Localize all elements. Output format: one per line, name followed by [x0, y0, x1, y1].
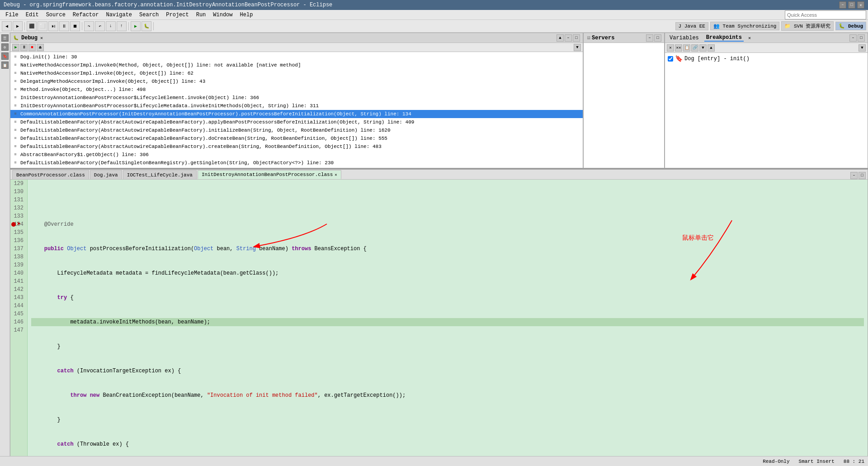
minimize-button[interactable]: –: [839, 1, 846, 9]
debug-terminate-btn[interactable]: ■: [28, 44, 36, 51]
stack-row-12[interactable]: ≡ AbstractBeanFactory$1.getObject() line…: [10, 151, 583, 159]
servers-minimize-btn[interactable]: –: [646, 34, 653, 42]
toolbar-btn-7[interactable]: ⏹: [70, 21, 80, 31]
toolbar-btn-6[interactable]: ⏸: [59, 21, 69, 31]
stack-row-10[interactable]: ≡ DefaultListableBeanFactory(AbstractAut…: [10, 134, 583, 143]
stack-row-8[interactable]: ≡ DefaultListableBeanFactory(AbstractAut…: [10, 118, 583, 126]
stack-row-0[interactable]: ≡ Dog.init() line: 30: [10, 53, 583, 61]
menu-search[interactable]: Search: [136, 11, 162, 19]
menu-source[interactable]: Source: [42, 11, 69, 19]
line-num-143: 143: [10, 294, 25, 302]
toolbar-btn-11[interactable]: ↑: [117, 21, 127, 31]
editor-minimize-btn[interactable]: –: [850, 172, 858, 179]
app-title: Debug - org.springframework.beans.factor…: [4, 2, 332, 8]
perspective-svn[interactable]: 📁 SVN 资源库研究: [781, 21, 834, 31]
stack-row-3[interactable]: ≡ DelegatingMethodAccessorImpl.invoke(Ob…: [10, 77, 583, 86]
bp-collapse-btn[interactable]: ▲: [708, 44, 715, 52]
toolbar-btn-debug[interactable]: 🐛: [142, 21, 151, 31]
tab-beanpostprocessor[interactable]: BeanPostProcessor.class: [12, 170, 89, 179]
stack-icon-4: ≡: [12, 86, 19, 93]
stack-text-7: CommonAnnotationBeanPostProcessor(InitDe…: [20, 111, 411, 117]
debug-disconnect-btn[interactable]: ⏏: [37, 44, 44, 51]
menu-refactor[interactable]: Refactor: [69, 11, 103, 19]
debug-tab-close[interactable]: ✕: [40, 35, 43, 41]
sidebar-icon-4[interactable]: 📋: [1, 62, 9, 69]
bp-remove-btn[interactable]: ✕: [667, 44, 674, 52]
tab-initdestroy[interactable]: InitDestroyAnnotationBeanPostProcessor.c…: [198, 170, 341, 179]
menu-project[interactable]: Project: [162, 11, 192, 19]
servers-maximize-btn[interactable]: □: [654, 34, 661, 42]
toolbar-btn-5[interactable]: ⏯: [48, 21, 58, 31]
debug-tab-label[interactable]: Debug: [21, 35, 38, 41]
stack-row-9[interactable]: ≡ DefaultListableBeanFactory(AbstractAut…: [10, 126, 583, 134]
debug-suspend-btn[interactable]: ⏸: [20, 44, 28, 51]
editor-maximize-btn[interactable]: □: [859, 172, 866, 179]
toolbar-btn-run[interactable]: ▶: [131, 21, 141, 31]
toolbar-btn-10[interactable]: ↓: [106, 21, 116, 31]
toolbar-btn-1[interactable]: ◀: [2, 21, 12, 31]
debug-view-menu[interactable]: ▼: [574, 44, 581, 51]
menu-edit[interactable]: Edit: [22, 11, 42, 19]
debug-resume-btn[interactable]: ▶: [12, 44, 19, 51]
stack-text-8: DefaultListableBeanFactory(AbstractAutow…: [20, 119, 414, 125]
maximize-button[interactable]: □: [848, 1, 855, 9]
bp-show-model-btn[interactable]: 📋: [683, 44, 690, 52]
toolbar: ◀ ▶ ⬛ ⬜ ⏯ ⏸ ⏹ ↷ ↶ ↓ ↑ ▶ 🐛 J Java EE 👥 Te…: [0, 20, 868, 33]
tab-initdestroy-close[interactable]: ✕: [335, 172, 337, 177]
debug-collapse-btn[interactable]: ▲: [557, 34, 564, 42]
breakpoint-row-1[interactable]: 🔖 Dog [entry] - init(): [668, 55, 865, 62]
menu-run[interactable]: Run: [193, 11, 210, 19]
variables-tab[interactable]: Variables: [668, 35, 701, 41]
bp-checkbox-1[interactable]: [668, 56, 673, 62]
right-maximize-btn[interactable]: □: [858, 34, 865, 42]
bp-remove-all-btn[interactable]: ✕✕: [675, 44, 682, 52]
stack-row-5[interactable]: ≡ InitDestroyAnnotationBeanPostProcessor…: [10, 94, 583, 102]
debug-content[interactable]: ≡ Dog.init() line: 30 ≡ NativeMethodAcce…: [10, 52, 583, 168]
breakpoint-dot-134: [11, 222, 16, 227]
sidebar-icon-3[interactable]: 🔖: [1, 52, 9, 60]
code-line-133: try {: [31, 294, 864, 302]
toolbar-btn-4[interactable]: ⬜: [38, 21, 47, 31]
toolbar-btn-9[interactable]: ↶: [95, 21, 105, 31]
bp-expand-btn[interactable]: ▼: [699, 44, 707, 52]
stack-icon-0: ≡: [12, 54, 19, 60]
stack-row-6[interactable]: ≡ InitDestroyAnnotationBeanPostProcessor…: [10, 102, 583, 110]
perspective-debug[interactable]: 🐛 Debug: [835, 22, 866, 30]
code-container: 129 130 131 132 133 ➤ 134 135 136 137 13…: [10, 180, 868, 456]
sidebar-icon-2[interactable]: ⚙: [1, 43, 9, 51]
stack-row-2[interactable]: ≡ NativeMethodAccessorImpl.invoke(Object…: [10, 69, 583, 77]
menu-file[interactable]: File: [2, 11, 22, 19]
right-minimize-btn[interactable]: –: [849, 34, 857, 42]
servers-tab-label[interactable]: Servers: [592, 35, 614, 41]
menu-help[interactable]: Help: [236, 11, 257, 19]
line-num-131: 131: [10, 196, 25, 204]
toolbar-sep-4: [153, 22, 154, 30]
perspective-team-sync[interactable]: 👥 Team Synchronizing: [710, 22, 779, 30]
quick-access-input[interactable]: [785, 10, 866, 19]
bp-link-editor-btn[interactable]: 🔗: [691, 44, 698, 52]
toolbar-btn-8[interactable]: ↷: [84, 21, 94, 31]
stack-row-1[interactable]: ≡ NativeMethodAccessorImpl.invoke0(Metho…: [10, 61, 583, 69]
right-tab-close[interactable]: ✕: [748, 35, 751, 41]
stack-row-4[interactable]: ≡ Method.invoke(Object, Object...) line:…: [10, 86, 583, 94]
tab-ioctest[interactable]: IOCTest_LifeCycle.java: [123, 170, 197, 179]
stack-row-13[interactable]: ≡ DefaultListableBeanFactory(DefaultSing…: [10, 159, 583, 167]
perspective-java-ee[interactable]: J Java EE: [675, 22, 708, 30]
stack-row-7[interactable]: ≡ CommonAnnotationBeanPostProcessor(Init…: [10, 110, 583, 118]
tab-dog[interactable]: Dog.java: [90, 170, 122, 179]
debug-minimize-btn[interactable]: –: [565, 34, 572, 42]
code-content[interactable]: @Override public Object postProcessBefor…: [28, 180, 868, 456]
stack-row-11[interactable]: ≡ DefaultListableBeanFactory(AbstractAut…: [10, 143, 583, 151]
breakpoints-tab[interactable]: Breakpoints: [704, 34, 744, 42]
sidebar-icon-1[interactable]: ☰: [1, 34, 9, 42]
close-button[interactable]: ✕: [857, 1, 864, 9]
menu-navigate[interactable]: Navigate: [102, 11, 136, 19]
debug-maximize-btn[interactable]: □: [573, 34, 580, 42]
toolbar-btn-2[interactable]: ▶: [13, 21, 23, 31]
code-line-139: catch (Throwable ex) {: [31, 440, 864, 448]
right-content: 🔖 Dog [entry] - init(): [665, 53, 868, 168]
stack-icon-5: ≡: [12, 95, 19, 101]
bp-view-menu[interactable]: ▼: [859, 44, 866, 52]
toolbar-btn-3[interactable]: ⬛: [27, 21, 37, 31]
menu-window[interactable]: Window: [209, 11, 236, 19]
